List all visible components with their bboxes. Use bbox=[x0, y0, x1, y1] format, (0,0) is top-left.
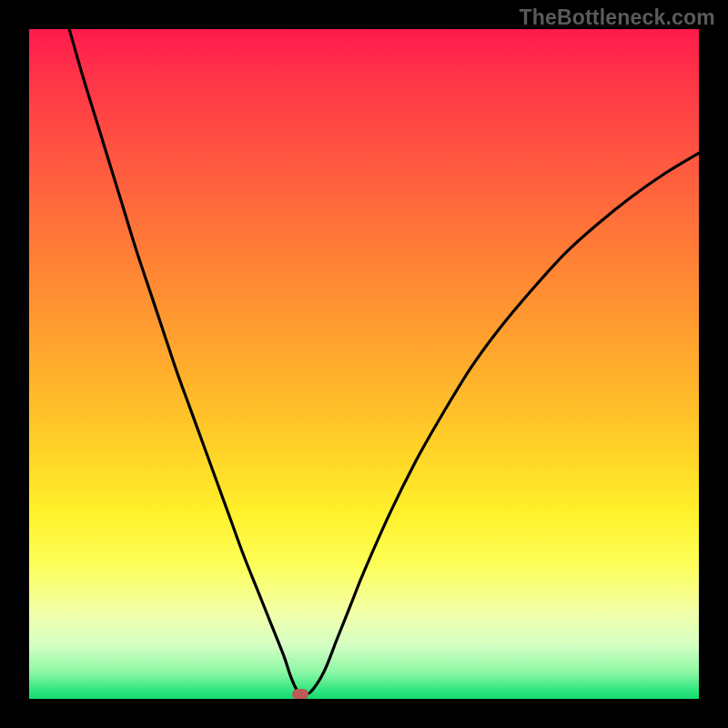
minimum-marker bbox=[292, 689, 308, 699]
bottleneck-curve bbox=[29, 29, 699, 699]
chart-frame: TheBottleneck.com bbox=[0, 0, 728, 728]
plot-area bbox=[29, 29, 699, 699]
watermark-text: TheBottleneck.com bbox=[519, 5, 715, 30]
